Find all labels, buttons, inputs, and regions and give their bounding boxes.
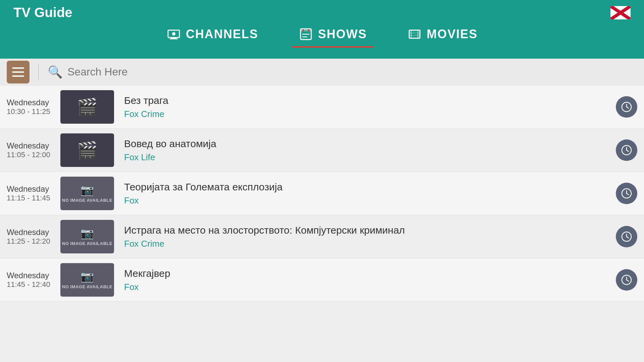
list-item: Wednesday 11:15 - 11:45 📷 NO IMAGE AVAIL… [0,172,644,215]
svg-rect-6 [303,29,304,32]
uk-flag-icon [610,6,631,19]
shows-icon [299,27,313,42]
reminder-button[interactable] [616,139,637,161]
list-item: Wednesday 11:45 - 12:40 📷 NO IMAGE AVAIL… [0,258,644,302]
channels-icon [166,27,181,42]
svg-line-25 [627,193,629,195]
camera-icon: 📷 [80,270,94,283]
no-image-label: NO IMAGE AVAILABLE [62,198,112,203]
show-title: Без трага [124,95,609,106]
search-divider [38,64,39,80]
reminder-button[interactable] [616,96,637,118]
show-title: Истрага на место на злосторството: Компј… [124,225,609,236]
show-info: Мекгајвер Fox [124,268,609,292]
no-image-label: NO IMAGE AVAILABLE [62,241,112,247]
show-thumbnail: 🎬 [60,133,114,167]
svg-line-19 [627,107,629,108]
menu-button[interactable] [7,61,30,83]
tab-channels[interactable]: CHANNELS [160,23,265,48]
show-info: Вовед во анатомија Fox Life [124,138,609,163]
show-thumbnail: 🎬 [60,90,114,124]
list-item: Wednesday 11:05 - 12:00 🎬 Вовед во анато… [0,129,644,172]
reminder-button[interactable] [616,226,637,247]
show-hours: 11:45 - 12:40 [7,280,60,289]
show-time: Wednesday 11:25 - 12:20 [7,228,60,246]
show-channel: Fox [124,195,609,206]
list-item: Wednesday 11:25 - 12:20 📷 NO IMAGE AVAIL… [0,215,644,258]
no-image-label: NO IMAGE AVAILABLE [62,284,112,290]
show-info: Без трага Fox Crime [124,95,609,119]
film-icon: 🎬 [77,97,98,117]
tab-shows-label: SHOWS [318,27,367,41]
film-icon: 🎬 [77,140,98,160]
movies-icon [407,27,422,42]
svg-rect-5 [301,29,311,32]
show-thumbnail: 📷 NO IMAGE AVAILABLE [60,220,114,253]
reminder-button[interactable] [616,269,637,291]
show-thumbnail: 📷 NO IMAGE AVAILABLE [60,177,114,210]
show-channel: Fox Crime [124,239,609,249]
reminder-button[interactable] [616,183,637,204]
show-title: Вовед во анатомија [124,138,609,149]
svg-rect-14 [409,35,420,36]
tab-shows[interactable]: SHOWS [292,23,374,48]
show-channel: Fox [124,282,609,292]
show-time: Wednesday 11:05 - 12:00 [7,141,60,159]
search-input-area: 🔍 [44,65,637,79]
tab-movies-label: MOVIES [427,27,478,41]
tab-movies[interactable]: MOVIES [400,23,484,48]
svg-line-28 [627,237,629,238]
svg-point-3 [172,32,175,36]
header: TV Guide CHANNELS [0,0,644,59]
show-day: Wednesday [7,98,60,107]
header-top: TV Guide [0,5,644,20]
show-hours: 11:25 - 12:20 [7,237,60,246]
show-time: Wednesday 11:15 - 11:45 [7,184,60,202]
svg-rect-12 [418,30,420,38]
show-title: Теоријата за Големата експлозија [124,181,609,193]
app-title: TV Guide [13,5,72,20]
show-info: Истрага на место на злосторството: Компј… [124,225,609,249]
show-title: Мекгајвер [124,268,609,279]
show-day: Wednesday [7,141,60,150]
show-time: Wednesday 11:45 - 12:40 [7,271,60,289]
show-info: Теоријата за Големата експлозија Fox [124,181,609,206]
search-bar: 🔍 [0,59,644,85]
show-list: Wednesday 10:30 - 11:25 🎬 Без трага Fox … [0,85,644,362]
nav-tabs: CHANNELS SHOWS [160,23,484,48]
show-hours: 10:30 - 11:25 [7,107,60,116]
show-time: Wednesday 10:30 - 11:25 [7,98,60,116]
search-icon: 🔍 [48,65,63,79]
svg-rect-7 [308,29,309,32]
show-channel: Fox Crime [124,109,609,119]
svg-line-22 [627,150,629,152]
tab-channels-label: CHANNELS [186,27,258,41]
list-item: Wednesday 10:30 - 11:25 🎬 Без трага Fox … [0,85,644,129]
show-channel: Fox Life [124,152,609,163]
search-input[interactable] [67,66,637,78]
show-hours: 11:05 - 12:00 [7,150,60,159]
show-hours: 11:15 - 11:45 [7,194,60,202]
show-thumbnail: 📷 NO IMAGE AVAILABLE [60,263,114,297]
camera-icon: 📷 [80,184,94,196]
svg-line-31 [627,280,629,281]
camera-icon: 📷 [80,227,94,240]
show-day: Wednesday [7,271,60,280]
show-day: Wednesday [7,184,60,194]
svg-rect-11 [409,30,412,38]
svg-rect-13 [409,33,420,34]
show-day: Wednesday [7,228,60,237]
